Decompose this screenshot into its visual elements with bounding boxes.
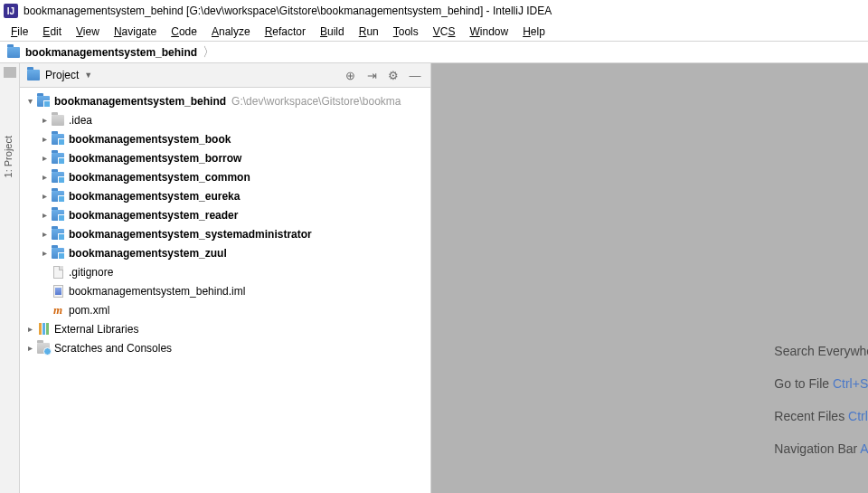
tree-item-label: Scratches and Consoles [54, 342, 172, 355]
expand-toggle[interactable] [38, 248, 51, 258]
stripe-mark-icon [4, 67, 16, 78]
tree-item-systemadministrator[interactable]: bookmanagementsystem_systemadministrator [20, 224, 430, 243]
menu-run[interactable]: Run [352, 24, 386, 40]
tree-item-label: bookmanagementsystem_zuul [69, 247, 227, 260]
hint-navigation-bar: Navigation Bar A [774, 441, 868, 456]
menubar: File Edit View Navigate Code Analyze Ref… [0, 22, 868, 42]
tree-item-book[interactable]: bookmanagementsystem_book [20, 129, 430, 148]
menu-navigate[interactable]: Navigate [107, 24, 164, 40]
select-opened-file-icon[interactable]: ⊕ [342, 67, 358, 83]
menu-view[interactable]: View [69, 24, 107, 40]
collapse-all-icon[interactable]: ⇥ [363, 67, 380, 83]
scratches-icon [37, 343, 50, 354]
iml-file-icon [53, 285, 63, 298]
tree-item-label: bookmanagementsystem_reader [69, 209, 238, 222]
menu-window[interactable]: Window [462, 24, 515, 40]
module-icon [7, 47, 20, 58]
gear-icon[interactable]: ⚙ [385, 67, 401, 83]
expand-toggle[interactable] [24, 96, 36, 106]
menu-analyze[interactable]: Analyze [204, 24, 258, 40]
project-tree[interactable]: bookmanagementsystem_behind G:\dev\works… [20, 88, 430, 493]
module-icon [52, 172, 64, 183]
app-icon: IJ [4, 4, 18, 18]
tree-item-pom[interactable]: m pom.xml [20, 300, 430, 319]
welcome-hints: Search Everywhe Go to File Ctrl+S Recent… [774, 344, 868, 456]
expand-toggle[interactable] [24, 324, 36, 334]
menu-build[interactable]: Build [313, 24, 352, 40]
tree-item-label: bookmanagementsystem_borrow [69, 152, 241, 165]
expand-toggle[interactable] [38, 210, 51, 220]
hint-go-to-file: Go to File Ctrl+S [774, 376, 868, 391]
navigation-bar[interactable]: bookmanagementsystem_behind 〉 [0, 42, 868, 63]
shortcut-text: A [860, 441, 868, 456]
tree-item-eureka[interactable]: bookmanagementsystem_eureka [20, 186, 430, 205]
module-icon [52, 153, 64, 164]
expand-toggle[interactable] [38, 115, 51, 125]
minimize-icon[interactable]: — [407, 67, 423, 83]
tree-item-zuul[interactable]: bookmanagementsystem_zuul [20, 243, 430, 262]
menu-vcs[interactable]: VCS [426, 24, 463, 40]
chevron-right-icon: 〉 [203, 44, 215, 61]
tree-item-label: bookmanagementsystem_eureka [69, 190, 240, 203]
menu-refactor[interactable]: Refactor [258, 24, 313, 40]
main-area: 1: Project Project ▼ ⊕ ⇥ ⚙ — bookmanagem… [0, 63, 868, 493]
folder-icon [52, 115, 64, 126]
tree-item-label: .gitignore [69, 266, 113, 279]
module-icon [52, 134, 64, 145]
module-icon [37, 96, 50, 107]
project-tool-window: Project ▼ ⊕ ⇥ ⚙ — bookmanagementsystem_b… [20, 63, 431, 493]
module-icon [52, 210, 64, 221]
window-title: bookmanagementsystem_behind [G:\dev\work… [24, 5, 552, 17]
tree-item-label: .idea [69, 114, 92, 127]
expand-toggle[interactable] [38, 229, 51, 239]
shortcut-text: Ctrl+S [833, 376, 868, 391]
shortcut-text: Ctrl+ [848, 409, 868, 423]
tree-item-idea[interactable]: .idea [20, 110, 430, 129]
hint-recent-files: Recent Files Ctrl+ [774, 409, 868, 423]
expand-toggle[interactable] [38, 134, 51, 144]
tree-item-label: bookmanagementsystem_behind.iml [69, 285, 245, 298]
tree-item-gitignore[interactable]: .gitignore [20, 262, 430, 281]
tree-root-path: G:\dev\workspace\Gitstore\bookma [231, 95, 401, 108]
tree-item-label: bookmanagementsystem_book [69, 133, 231, 146]
stripe-tab-project[interactable]: 1: Project [3, 136, 14, 177]
maven-icon: m [53, 303, 62, 318]
menu-tools[interactable]: Tools [386, 24, 426, 40]
tree-item-label: pom.xml [69, 304, 109, 317]
tree-item-label: bookmanagementsystem_common [69, 171, 250, 184]
expand-toggle[interactable] [38, 191, 51, 201]
menu-help[interactable]: Help [515, 24, 552, 40]
dropdown-icon[interactable]: ▼ [84, 71, 92, 80]
titlebar: IJ bookmanagementsystem_behind [G:\dev\w… [0, 0, 868, 22]
expand-toggle[interactable] [38, 153, 51, 163]
tree-item-reader[interactable]: bookmanagementsystem_reader [20, 205, 430, 224]
module-icon [52, 248, 64, 259]
expand-toggle[interactable] [24, 343, 36, 353]
tool-window-stripe-left: 1: Project [0, 63, 20, 493]
tree-item-common[interactable]: bookmanagementsystem_common [20, 167, 430, 186]
tree-scratches[interactable]: Scratches and Consoles [20, 338, 430, 357]
menu-file[interactable]: File [4, 24, 35, 40]
tree-root-label: bookmanagementsystem_behind [54, 95, 226, 108]
menu-edit[interactable]: Edit [35, 24, 69, 40]
libraries-icon [39, 323, 49, 335]
module-icon [52, 191, 64, 202]
menu-code[interactable]: Code [164, 24, 204, 40]
module-icon [52, 229, 64, 240]
tree-item-iml[interactable]: bookmanagementsystem_behind.iml [20, 281, 430, 300]
project-panel-header: Project ▼ ⊕ ⇥ ⚙ — [20, 63, 430, 88]
tree-item-borrow[interactable]: bookmanagementsystem_borrow [20, 148, 430, 167]
tree-root[interactable]: bookmanagementsystem_behind G:\dev\works… [20, 91, 430, 110]
tree-external-libraries[interactable]: External Libraries [20, 319, 430, 338]
editor-empty-area: Search Everywhe Go to File Ctrl+S Recent… [431, 63, 868, 493]
hint-search-everywhere: Search Everywhe [774, 344, 868, 358]
file-icon [53, 266, 63, 279]
tree-item-label: bookmanagementsystem_systemadministrator [69, 228, 312, 241]
tree-item-label: External Libraries [54, 323, 138, 336]
expand-toggle[interactable] [38, 172, 51, 182]
breadcrumb-root[interactable]: bookmanagementsystem_behind [25, 46, 197, 59]
project-icon [27, 70, 40, 81]
project-panel-title[interactable]: Project [45, 69, 79, 81]
